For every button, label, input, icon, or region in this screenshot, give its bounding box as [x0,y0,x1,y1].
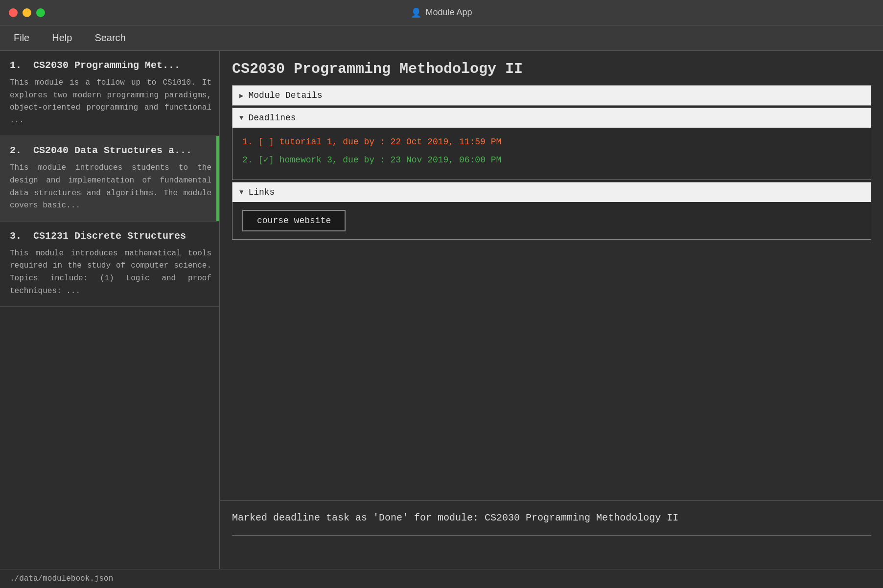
deadline-item-1: 1. [ ] tutorial 1, due by : 22 Oct 2019,… [242,136,861,149]
module-desc-1: This module is a follow up to CS1010. It… [10,77,211,127]
accordion-module-details: ▶ Module Details [232,85,871,106]
module-details-label: Module Details [248,90,322,100]
app-icon: 👤 [411,7,421,18]
titlebar: 👤 Module App [0,0,883,25]
detail-pane: CS2030 Programming Methodology II ▶ Modu… [220,51,883,569]
module-desc-2: This module introduces students to the d… [10,162,211,212]
menu-search[interactable]: Search [91,30,129,45]
sidebar-item-cs2030[interactable]: 1. CS2030 Programming Met... This module… [0,51,219,136]
main-content: 1. CS2030 Programming Met... This module… [0,51,883,569]
deadlines-body: 1. [ ] tutorial 1, due by : 22 Oct 2019,… [232,128,871,180]
module-title-1: 1. CS2030 Programming Met... [10,60,211,71]
window-controls[interactable] [9,8,45,17]
deadlines-label: Deadlines [248,113,296,123]
accordion-header-module-details[interactable]: ▶ Module Details [232,86,871,105]
module-title-2: 2. CS2040 Data Structures a... [10,145,211,156]
sidebar-item-cs1231[interactable]: 3. CS1231 Discrete Structures This modul… [0,222,219,307]
menu-file[interactable]: File [10,30,33,45]
deadline-index-1: 1. [242,137,253,147]
maximize-button[interactable] [36,8,45,17]
detail-title: CS2030 Programming Methodology II [232,61,871,77]
status-message: Marked deadline task as 'Done' for modul… [232,511,871,525]
detail-divider [232,535,871,536]
sidebar: 1. CS2030 Programming Met... This module… [0,51,220,569]
menu-help[interactable]: Help [48,30,76,45]
minimize-button[interactable] [23,8,31,17]
links-label: Links [248,187,275,197]
footer: ./data/modulebook.json [0,569,883,588]
menubar: File Help Search [0,25,883,51]
footer-path: ./data/modulebook.json [10,574,113,583]
detail-top: CS2030 Programming Methodology II ▶ Modu… [220,51,883,500]
close-button[interactable] [9,8,18,17]
chevron-down-icon: ▼ [239,114,243,122]
deadline-checkbox-1[interactable]: [ ] [258,137,274,147]
accordion-header-deadlines[interactable]: ▼ Deadlines [232,108,871,128]
module-title-3: 3. CS1231 Discrete Structures [10,230,211,242]
deadline-index-2: 2. [242,155,253,165]
chevron-down-icon-links: ▼ [239,188,243,196]
links-body: course website [232,202,871,239]
detail-bottom: Marked deadline task as 'Done' for modul… [220,500,883,569]
sidebar-item-cs2040[interactable]: 2. CS2040 Data Structures a... This modu… [0,136,219,221]
deadline-item-2: 2. [✓] homework 3, due by : 23 Nov 2019,… [242,154,861,167]
accordion-deadlines: ▼ Deadlines 1. [ ] tutorial 1, due by : … [232,108,871,180]
module-desc-3: This module introduces mathematical tool… [10,248,211,297]
deadline-checkbox-2[interactable]: [✓] [258,155,274,165]
deadline-text-1: tutorial 1, due by : 22 Oct 2019, 11:59 … [279,137,502,147]
deadline-text-2: homework 3, due by : 23 Nov 2019, 06:00 … [279,155,502,165]
course-website-button[interactable]: course website [242,210,346,231]
app-title: 👤 Module App [411,7,472,18]
chevron-right-icon: ▶ [239,91,243,100]
accordion-header-links[interactable]: ▼ Links [232,182,871,202]
accordion-links: ▼ Links course website [232,182,871,240]
